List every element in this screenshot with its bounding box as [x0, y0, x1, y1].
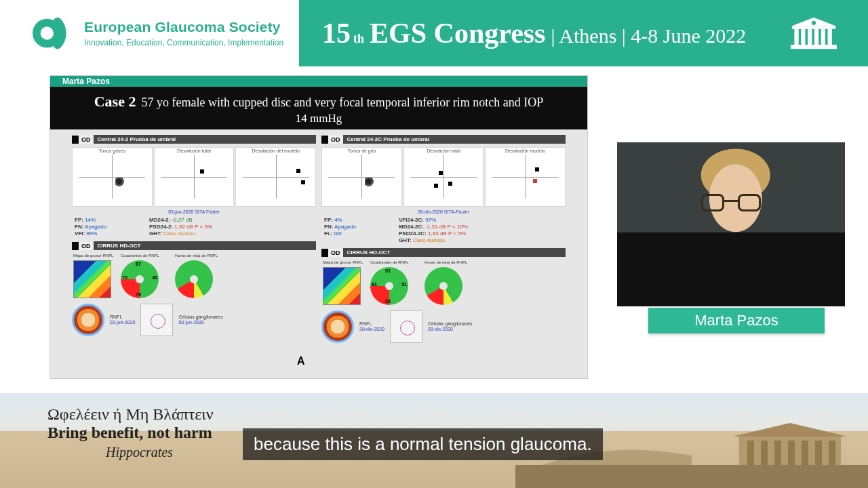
- eye-tag: OD: [72, 136, 94, 144]
- main-area: Marta Pazos Case 2 57 yo female with cup…: [0, 66, 868, 393]
- oct-col-label: Mapa de grosor RNFL: [73, 253, 114, 258]
- vf-date: 03-jun-2020 SITA Faster: [72, 209, 316, 214]
- vf-label: Desviación total: [155, 148, 234, 153]
- rnfl-quadrant-pie: 91 51 53 81: [370, 267, 408, 305]
- rnfl-thickness-map: [323, 267, 361, 305]
- vf-label: Desviación del modelo: [236, 148, 315, 153]
- oct-grid: Mapa de grosor RNFL Cuadrantes de RNFL H…: [323, 260, 566, 305]
- eye-tag: OD: [72, 242, 94, 250]
- svg-rect-8: [821, 29, 825, 45]
- presentation-slide: Marta Pazos Case 2 57 yo female with cup…: [50, 76, 587, 378]
- vf-total-deviation: Desviación total: [154, 147, 235, 207]
- oct-grid: Mapa de grosor RNFL Cuadrantes de RNFL H…: [73, 253, 316, 298]
- svg-rect-17: [815, 441, 822, 465]
- disc-row: RNFL03-jun-2020 Células ganglionares03-j…: [72, 304, 316, 336]
- disc-photo: [321, 310, 354, 343]
- svg-rect-4: [794, 29, 798, 45]
- speaker-nameplate: Marta Pazos: [648, 308, 825, 333]
- svg-rect-10: [791, 45, 837, 49]
- footer-band: Ωφελέειν ή Μη Βλάπτειν Bring benefit, no…: [0, 393, 868, 488]
- rnfl-thickness-map: [73, 260, 111, 298]
- svg-rect-16: [802, 441, 808, 465]
- header: European Glaucoma Society Innovation, Ed…: [0, 0, 868, 66]
- congress-name: EGS Congress: [370, 17, 545, 49]
- svg-rect-6: [808, 29, 812, 45]
- vf-label: Desviación modelo: [486, 148, 565, 153]
- svg-rect-14: [774, 441, 781, 465]
- svg-rect-7: [814, 29, 818, 45]
- congress-title: 15th EGS Congress | Athens | 4-8 June 20…: [322, 17, 746, 49]
- svg-rect-11: [515, 465, 868, 488]
- oct-panel-title: CIRRUS HD-OCT: [343, 248, 566, 257]
- org-name: European Glaucoma Society: [84, 19, 283, 35]
- oct-col-label: Cuadrantes de RNFL: [370, 260, 418, 264]
- vf-panel-title: Central 24-2 Prueba de umbral: [94, 135, 317, 144]
- gcl-map: [390, 310, 422, 343]
- rnfl-clockhour-pie: [175, 260, 213, 298]
- vf-label: Tonos de gris: [322, 148, 401, 153]
- header-right: 15th EGS Congress | Athens | 4-8 June 20…: [299, 0, 868, 66]
- case-description: 57 yo female with cupped disc and very f…: [141, 96, 543, 109]
- quote-block: Ωφελέειν ή Μη Βλάπτειν Bring benefit, no…: [47, 405, 214, 460]
- oct-col-label: Cuadrantes de RNFL: [121, 253, 168, 258]
- slide-author-bar: Marta Pazos: [50, 76, 587, 87]
- egs-logo-icon: [33, 12, 75, 54]
- svg-rect-9: [828, 29, 832, 45]
- vf-stats: FP: 14% FN: Apagado VFI: 99% MD24-2: -0,…: [75, 217, 315, 237]
- exam-column-left: OD Central 24-2 Prueba de umbral Tonos g…: [72, 135, 316, 374]
- quote-english: Bring benefit, not harm: [47, 424, 214, 442]
- case-id: Case 2: [94, 93, 136, 110]
- egs-logo: European Glaucoma Society Innovation, Ed…: [33, 12, 283, 54]
- svg-rect-12: [747, 441, 754, 465]
- exam-column-right: OD Central 24-2C Prueba de umbral Tonos …: [321, 135, 566, 374]
- quote-greek: Ωφελέειν ή Μη Βλάπτειν: [47, 405, 214, 424]
- oct-col-label: Mapa de grosor RNFL: [323, 260, 363, 264]
- vf-panel-head-right: OD Central 24-2C Prueba de umbral: [321, 135, 566, 144]
- panel-tag-a: A: [297, 355, 305, 367]
- vf-pattern-deviation: Desviación modelo: [485, 147, 566, 207]
- oct-col-label: Horas de reloj de RNFL: [175, 253, 229, 258]
- svg-rect-3: [792, 26, 835, 28]
- org-tagline: Innovation, Education, Communication, Im…: [84, 38, 283, 47]
- subtitle-caption: because this is a normal tension glaucom…: [243, 428, 603, 460]
- vf-label: Tonos grises: [73, 148, 152, 153]
- svg-rect-18: [829, 441, 835, 465]
- oct-panel-head-left: OD CIRRUS HD-OCT: [72, 241, 316, 251]
- oct-col-label: Horas de reloj de RNFL: [425, 260, 479, 264]
- eye-tag: OD: [321, 136, 343, 144]
- vf-panel-title: Central 24-2C Prueba de umbral: [343, 135, 566, 144]
- case-iop: 14 mmHg: [58, 111, 579, 125]
- eye-tag: OD: [321, 249, 343, 257]
- glasses-icon: [701, 194, 761, 211]
- oct-panel-title: CIRRUS HD-OCT: [94, 241, 317, 250]
- vf-stats: FP: 4% FN: Apagado FL: 0/0 VFI24-2C: 97%…: [324, 217, 564, 244]
- vf-grayscale: Tonos grises: [72, 147, 153, 207]
- disc-photo: [72, 304, 104, 336]
- vf-panel-head-left: OD Central 24-2 Prueba de umbral: [72, 135, 316, 144]
- parthenon-icon: [789, 16, 838, 50]
- rnfl-clockhour-pie: [425, 267, 462, 305]
- vf-grayscale: Tonos de gris: [321, 147, 402, 207]
- vf-label: Desviación total: [404, 148, 484, 153]
- vf-date: 28-dic-2020 SITA-Faster: [321, 209, 566, 214]
- quote-source: Hippocrates: [106, 445, 214, 460]
- speaker-video: [617, 142, 845, 306]
- gcl-map: [140, 304, 173, 336]
- speaker-portrait: [617, 142, 845, 306]
- header-left: European Glaucoma Society Innovation, Ed…: [0, 0, 299, 66]
- congress-num: 15: [322, 17, 351, 49]
- svg-point-2: [812, 21, 816, 25]
- slide-title: Case 2 57 yo female with cupped disc and…: [50, 87, 587, 129]
- svg-rect-15: [788, 441, 795, 465]
- svg-rect-13: [761, 441, 768, 465]
- oct-panel-head-right: OD CIRRUS HD-OCT: [321, 248, 566, 258]
- slide-body: OD Central 24-2 Prueba de umbral Tonos g…: [50, 129, 587, 378]
- congress-ord: th: [353, 32, 364, 46]
- rnfl-quadrant-pie: 87 40 79 75: [121, 260, 159, 298]
- congress-sub: | Athens | 4-8 June 2022: [551, 24, 746, 47]
- vf-pattern-deviation: Desviación del modelo: [235, 147, 316, 207]
- svg-rect-5: [801, 29, 805, 45]
- vf-total-deviation: Desviación total: [403, 147, 484, 207]
- svg-point-1: [41, 26, 54, 39]
- disc-row: RNFL28-dic-2020 Células ganglionares28-d…: [321, 310, 566, 343]
